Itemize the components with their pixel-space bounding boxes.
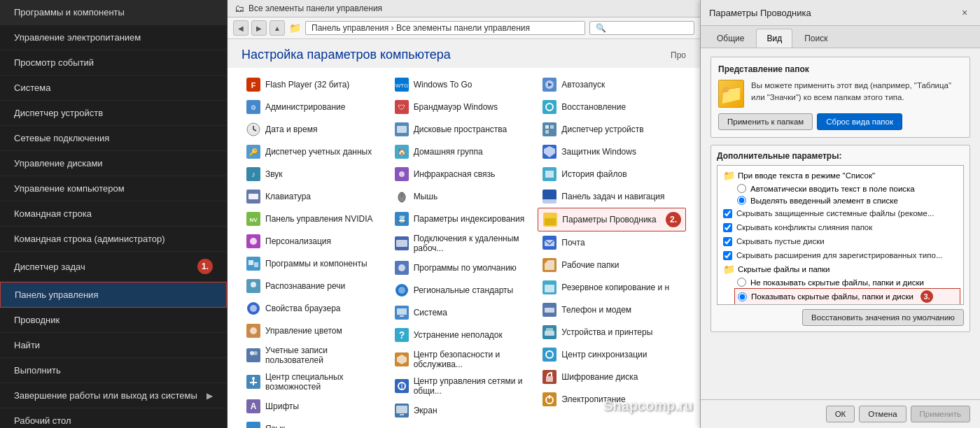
- sidebar-item-events[interactable]: Просмотр событий: [0, 50, 227, 76]
- item-wtg[interactable]: WTG Windows To Go: [390, 73, 538, 96]
- item-datetime[interactable]: Дата и время: [241, 118, 390, 141]
- address-path[interactable]: Панель управления › Все элементы панели …: [305, 21, 585, 35]
- radio-input-1[interactable]: [737, 184, 746, 193]
- radio-input-4[interactable]: [738, 292, 747, 301]
- col2: WTG Windows To Go 🛡 Брандмауэр Windows Д…: [390, 73, 538, 428]
- item-region[interactable]: Региональные стандарты: [390, 279, 538, 301]
- param-radio-2[interactable]: Выделять введенный элемент в списке: [734, 194, 960, 206]
- forward-button[interactable]: ▶: [251, 20, 267, 36]
- param-cb-1[interactable]: Скрывать защищенные системные файлы (рек…: [720, 206, 960, 220]
- param-cb-4[interactable]: Скрывать расширения для зарегистрированн…: [720, 248, 960, 262]
- item-diskspace[interactable]: Дисковые пространства: [390, 118, 538, 141]
- reset-view-button[interactable]: Сброс вида папок: [817, 113, 902, 130]
- item-mail[interactable]: Почта: [538, 231, 686, 254]
- sidebar-item-shutdown[interactable]: Завершение работы или выход из системы ▶: [0, 383, 227, 408]
- ok-button[interactable]: ОК: [826, 406, 855, 422]
- checkbox-4[interactable]: [723, 251, 732, 260]
- item-users[interactable]: Учетные записи пользователей: [241, 342, 390, 369]
- item-browser[interactable]: Свойства браузера: [241, 297, 390, 320]
- item-admin[interactable]: ⚙ Администрирование: [241, 96, 390, 118]
- item-color[interactable]: Управление цветом: [241, 320, 390, 342]
- item-accessibility[interactable]: Центр специальных возможностей: [241, 369, 390, 395]
- svg-point-54: [398, 264, 405, 271]
- item-homegroup[interactable]: 🏠 Домашняя группа: [390, 141, 538, 163]
- item-defender[interactable]: Защитник Windows: [538, 141, 686, 163]
- item-firewall[interactable]: 🛡 Брандмауэр Windows: [390, 96, 538, 118]
- close-button[interactable]: ×: [958, 6, 972, 20]
- sidebar-item-cmd-admin[interactable]: Командная строка (администратор): [0, 227, 227, 252]
- item-encrypt[interactable]: Шифрование диска: [538, 366, 686, 388]
- item-sync[interactable]: Центр синхронизации: [538, 343, 686, 366]
- item-sound[interactable]: ♪ Звук: [241, 163, 390, 185]
- radio-input-2[interactable]: [737, 196, 746, 205]
- param-radio-1[interactable]: Автоматически вводить текст в поле поиск…: [734, 183, 960, 194]
- item-autorun[interactable]: Автозапуск: [538, 73, 686, 96]
- item-troubleshoot[interactable]: ? Устранение неполадок: [390, 324, 538, 346]
- item-infrared[interactable]: Инфракрасная связь: [390, 163, 538, 185]
- item-workfolders[interactable]: Рабочие папки: [538, 254, 686, 276]
- item-taskbar[interactable]: Панель задач и навигация: [538, 185, 686, 208]
- sidebar-item-compmgmt[interactable]: Управление компьютером: [0, 176, 227, 201]
- item-language[interactable]: язык Язык: [241, 418, 390, 428]
- restore-defaults-button[interactable]: Восстановить значения по умолчанию: [802, 309, 964, 326]
- item-security[interactable]: Центр безопасности и обслужива...: [390, 346, 538, 373]
- item-backup[interactable]: Резервное копирование и н: [538, 276, 686, 299]
- radio-input-3[interactable]: [737, 278, 746, 287]
- param-radio-3[interactable]: Не показывать скрытые файлы, папки и дис…: [734, 276, 960, 288]
- item-keyboard[interactable]: Клавиатура: [241, 185, 390, 208]
- item-restore[interactable]: Восстановление: [538, 96, 686, 118]
- sidebar-item-cmd[interactable]: Командная строка: [0, 201, 227, 227]
- sidebar-item-explorer[interactable]: Проводник: [0, 308, 227, 333]
- sidebar-item-taskmgr[interactable]: Диспетчер задач 1.: [0, 252, 227, 282]
- checkbox-1[interactable]: [723, 209, 732, 218]
- item-programs2[interactable]: Программы и компоненты: [241, 252, 390, 275]
- sidebar-label-cmd: Командная строка: [14, 208, 92, 219]
- item-defaults[interactable]: Программы по умолчанию: [390, 257, 538, 279]
- sidebar-item-controlpanel[interactable]: Панель управления: [0, 282, 227, 308]
- param-list[interactable]: 📁 При вводе текста в режиме "Список" Авт…: [717, 165, 964, 305]
- item-netcenter[interactable]: Центр управления сетями и общи...: [390, 373, 538, 399]
- item-display[interactable]: Экран: [390, 399, 538, 422]
- sidebar-item-run[interactable]: Выполнить: [0, 358, 227, 383]
- param-cb-3[interactable]: Скрывать пустые диски: [720, 234, 960, 248]
- item-system2[interactable]: Система: [390, 301, 538, 324]
- item-fonts[interactable]: A Шрифты: [241, 395, 390, 418]
- item-remote[interactable]: Подключения к удаленным рабоч...: [390, 230, 538, 257]
- sidebar-item-system[interactable]: Система: [0, 76, 227, 101]
- item-filehistory[interactable]: История файлов: [538, 163, 686, 185]
- item-label-modem: Телефон и модем: [561, 305, 631, 315]
- cancel-button[interactable]: Отмена: [859, 406, 906, 422]
- item-personalize[interactable]: Персонализация: [241, 230, 390, 252]
- param-cb-2[interactable]: Скрывать конфликты слияния папок: [720, 220, 960, 234]
- sidebar-item-programs[interactable]: Программы и компоненты: [0, 0, 227, 25]
- tab-view[interactable]: Вид: [756, 29, 792, 48]
- checkbox-2[interactable]: [723, 223, 732, 232]
- apply-to-folders-button[interactable]: Применить к папкам: [718, 113, 813, 130]
- svg-text:NV: NV: [249, 217, 258, 223]
- item-modem[interactable]: Телефон и модем: [538, 299, 686, 321]
- item-printers[interactable]: Устройства и принтеры: [538, 321, 686, 343]
- back-button[interactable]: ◀: [233, 20, 248, 36]
- item-indexing[interactable]: 📇 Параметры индексирования: [390, 208, 538, 230]
- checkbox-3[interactable]: [723, 237, 732, 246]
- sidebar-item-network[interactable]: Сетевые подключения: [0, 126, 227, 151]
- sidebar-item-diskmgmt[interactable]: Управление дисками: [0, 151, 227, 176]
- item-explorer-opts[interactable]: Параметры Проводника 2.: [538, 208, 686, 231]
- item-credentials[interactable]: 🔑 Диспетчер учетных данных: [241, 141, 390, 163]
- param-radio-4[interactable]: Показывать скрытые файлы, папки и диски …: [734, 288, 960, 305]
- item-devmgr[interactable]: Диспетчер устройств: [538, 118, 686, 141]
- item-power2[interactable]: Электропитание: [538, 388, 686, 411]
- sidebar-item-desktop[interactable]: Рабочий стол: [0, 408, 227, 428]
- sidebar-item-devices[interactable]: Диспетчер устройств: [0, 101, 227, 126]
- sidebar-item-power[interactable]: Управление электропитанием: [0, 25, 227, 50]
- item-flash[interactable]: F Flash Player (32 бита): [241, 73, 390, 96]
- item-speech[interactable]: Распознавание речи: [241, 275, 390, 297]
- item-mouse[interactable]: Мышь: [390, 185, 538, 208]
- apply-button[interactable]: Применить: [911, 406, 970, 422]
- tab-general[interactable]: Общие: [706, 29, 755, 48]
- sidebar-item-search[interactable]: Найти: [0, 333, 227, 358]
- item-nvidia[interactable]: NV Панель управления NVIDIA: [241, 208, 390, 230]
- tab-search[interactable]: Поиск: [794, 29, 838, 48]
- search-box[interactable]: 🔍: [589, 21, 694, 35]
- up-button[interactable]: ▲: [270, 20, 285, 36]
